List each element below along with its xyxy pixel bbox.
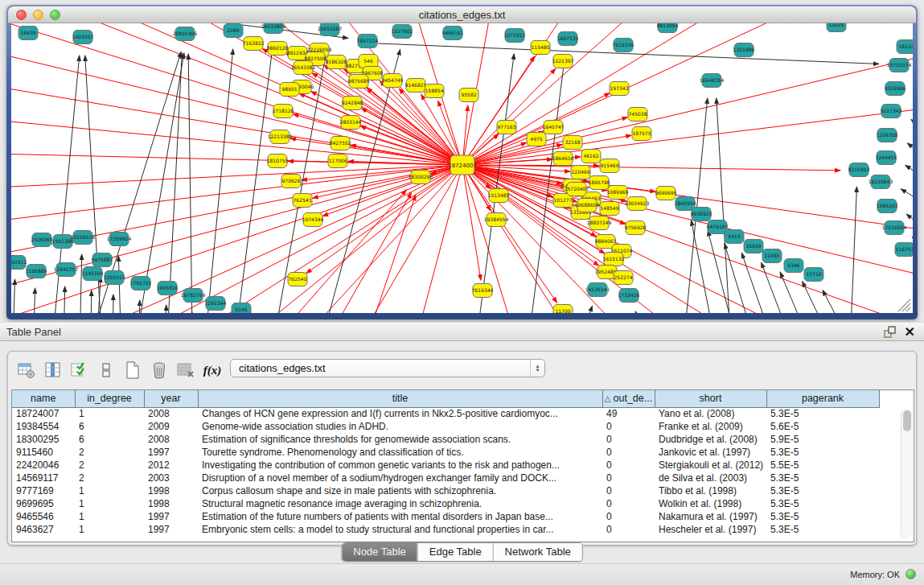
table-cell[interactable]: 9465546 [12,510,75,523]
table-cell[interactable]: 0 [602,510,655,523]
table-cell[interactable]: 0 [602,433,655,446]
table-cell[interactable]: 2 [75,472,144,484]
table-cell[interactable]: 0 [602,523,655,536]
delete-table-icon[interactable] [175,360,196,381]
table-cell[interactable]: 2 [75,459,144,472]
table-cell[interactable]: 0 [602,484,655,497]
table-row[interactable]: 946554611997Estimation of the future num… [12,510,879,523]
table-cell[interactable]: 2008 [144,433,198,446]
table-cell[interactable]: Dudbridge et al. (2008) [655,433,766,446]
table-cell[interactable]: 5.3E-5 [766,446,879,459]
table-cell[interactable]: Investigating the contribution of common… [198,459,602,472]
table-row[interactable]: 969969511998Structural magnetic resonanc… [12,497,879,510]
table-cell[interactable]: 1 [75,484,144,497]
network-view[interactable]: 1640914035572089140620891603380910653287… [11,23,913,313]
table-cell[interactable]: 2003 [144,472,198,484]
network-canvas[interactable]: 1640914035572089140620891603380910653287… [11,23,913,313]
table-cell[interactable]: Estimation of the future numbers of pati… [198,510,602,523]
table-cell[interactable]: 5.3E-5 [766,484,879,497]
column-header-name[interactable]: name [12,390,75,407]
table-row[interactable]: 911546021997Tourette syndrome. Phenomeno… [12,446,879,459]
tab-edge-table[interactable]: Edge Table [417,543,493,561]
table-cell[interactable]: Franke et al. (2009) [655,420,766,433]
table-cell[interactable]: 5.9E-5 [766,433,879,446]
table-cell[interactable]: Hescheler et al. (1997) [655,523,766,536]
table-cell[interactable]: 1 [75,407,144,420]
tab-node-table[interactable]: Node Table [342,543,417,561]
table-selector-dropdown[interactable]: citations_edges.txt ▲▼ [230,359,545,377]
table-cell[interactable]: Corpus callosum shape and size in male p… [198,484,602,497]
table-cell[interactable]: Disruption of a novel member of a sodium… [198,472,602,484]
trash-icon[interactable] [149,360,170,381]
table-cell[interactable]: 9777169 [12,484,75,497]
table-cell[interactable]: Embryonic stem cells: a model to study s… [198,523,602,536]
table-cell[interactable]: 5.5E-5 [766,459,879,472]
table-cell[interactable]: 1997 [144,523,198,536]
table-cell[interactable]: 6 [75,433,144,446]
table-cell[interactable]: 1997 [144,446,198,459]
vertical-scrollbar[interactable] [901,409,912,539]
table-cell[interactable]: 18300295 [12,433,75,446]
table-cell[interactable]: 0 [602,446,655,459]
table-cell[interactable]: 0 [602,497,655,510]
table-cell[interactable]: 5.3E-5 [766,407,879,420]
table-cell[interactable]: Genome-wide association studies in ADHD. [198,420,602,433]
tab-network-table[interactable]: Network Table [493,543,582,561]
table-row[interactable]: 946362711997Embryonic stem cells: a mode… [12,523,879,536]
table-row[interactable]: 1456911722003Disruption of a novel membe… [12,472,879,484]
table-cell[interactable]: 0 [602,459,655,472]
show-columns-icon[interactable] [43,360,64,381]
table-cell[interactable]: Tibbo et al. (1998) [655,484,766,497]
function-icon[interactable]: f(x) [202,360,223,381]
table-cell[interactable]: Yano et al. (2008) [655,407,766,420]
select-all-check-icon[interactable] [69,360,90,381]
table-cell[interactable]: 5.3E-5 [766,523,879,536]
table-cell[interactable]: Jankovic et al. (1997) [655,446,766,459]
column-header-title[interactable]: title [198,390,602,407]
table-cell[interactable]: 1 [75,523,144,536]
table-cell[interactable]: 6 [75,420,144,433]
table-cell[interactable]: 14569117 [12,472,75,484]
table-row[interactable]: 2242004622012Investigating the contribut… [12,459,879,472]
table-cell[interactable]: 5.6E-5 [766,420,879,433]
table-cell[interactable]: Changes of HCN gene expression and I(f) … [198,407,602,420]
table-cell[interactable]: 1 [75,497,144,510]
table-cell[interactable]: 5.3E-5 [766,472,879,484]
new-table-icon[interactable] [122,360,143,381]
table-cell[interactable]: Nakamura et al. (1997) [655,510,766,523]
table-row[interactable]: 977716911998Corpus callosum shape and si… [12,484,879,497]
window-titlebar[interactable]: citations_edges.txt [8,6,916,23]
table-cell[interactable]: 0 [602,420,655,433]
table-cell[interactable]: 2009 [144,420,198,433]
table-cell[interactable]: 9699695 [12,497,75,510]
column-header-out_de[interactable]: △out_de... [602,390,655,407]
table-cell[interactable]: Structural magnetic resonance image aver… [198,497,602,510]
column-header-in_degree[interactable]: in_degree [75,390,144,407]
table-cell[interactable]: Tourette syndrome. Phenomenology and cla… [198,446,602,459]
table-cell[interactable]: 9463627 [12,523,75,536]
table-cell[interactable]: 5.3E-5 [766,510,879,523]
table-row[interactable]: 1872400712008Changes of HCN gene express… [12,407,879,420]
table-row[interactable]: 1830029562008Estimation of significance … [12,433,879,446]
rows-icon[interactable] [96,360,117,381]
table-cell[interactable]: 1998 [144,497,198,510]
table-cell[interactable]: Wolkin et al. (1998) [655,497,766,510]
table-cell[interactable]: 5.3E-5 [766,497,879,510]
table-cell[interactable]: 2012 [144,459,198,472]
table-cell[interactable]: 22420046 [12,459,75,472]
resize-grip-icon[interactable] [898,299,910,311]
table-row[interactable]: 1938455462009Genome-wide association stu… [12,420,879,433]
table-cell[interactable]: 19384554 [12,420,75,433]
table-cell[interactable]: 18724007 [12,407,75,420]
column-header-pagerank[interactable]: pagerank [766,390,879,407]
table-cell[interactable]: 0 [602,472,655,484]
table-cell[interactable]: 1997 [144,510,198,523]
table-cell[interactable]: 49 [602,407,655,420]
scrollbar-thumb[interactable] [903,410,911,431]
column-header-year[interactable]: year [144,390,198,407]
column-header-short[interactable]: short [655,390,766,407]
float-panel-icon[interactable] [884,326,897,339]
table-cell[interactable]: Estimation of significance thresholds fo… [198,433,602,446]
table-options-icon[interactable] [16,360,37,381]
table-cell[interactable]: Stergiakouli et al. (2012) [655,459,766,472]
